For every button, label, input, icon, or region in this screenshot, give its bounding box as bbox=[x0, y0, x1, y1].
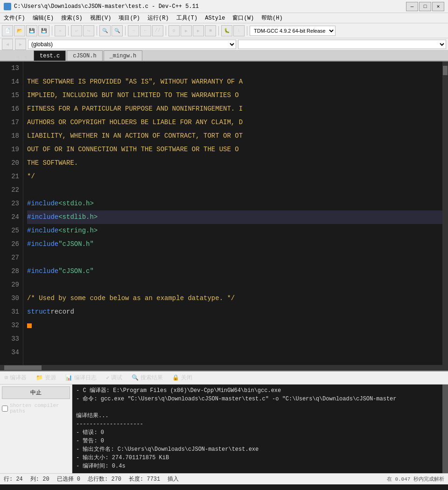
toolbar-secondary: ◀ ▶ (globals) bbox=[0, 38, 448, 50]
code-line[interactable]: #include <string.h> bbox=[27, 224, 448, 238]
close-button[interactable]: ✕ bbox=[432, 2, 444, 11]
tab-nav: ◀ ▶ bbox=[14, 53, 34, 61]
save-all-button[interactable]: 💾 bbox=[38, 25, 49, 36]
bottom-tab-compiler[interactable]: ⊞ 编译器 bbox=[2, 373, 29, 383]
menu-run[interactable]: 运行(R) bbox=[144, 13, 173, 23]
globals-dropdown[interactable]: (globals) bbox=[28, 40, 236, 49]
function-dropdown[interactable] bbox=[238, 40, 446, 49]
tab-prev-button[interactable]: ◀ bbox=[14, 53, 21, 61]
code-line[interactable]: #include "cJSON.c" bbox=[27, 265, 448, 278]
close-panel-icon: 🔒 bbox=[172, 374, 179, 381]
code-content[interactable]: THE SOFTWARE IS PROVIDED "AS IS", WITHOU… bbox=[23, 62, 448, 365]
vertical-scrollbar[interactable] bbox=[442, 62, 448, 365]
bottom-tab-log[interactable]: 📊 编译日志 bbox=[63, 373, 99, 383]
keyword-include: #include bbox=[27, 210, 58, 224]
output-line: - 编译时间: 0.4s bbox=[76, 462, 439, 470]
code-line[interactable]: THE SOFTWARE IS PROVIDED "AS IS", WITHOU… bbox=[27, 75, 448, 89]
bottom-tab-search[interactable]: 🔍 搜索结果 bbox=[129, 373, 166, 383]
bottom-tab-debug[interactable]: ✔ 调试 bbox=[103, 373, 125, 383]
compile-button[interactable]: ⚙ bbox=[168, 25, 180, 36]
code-line[interactable] bbox=[27, 62, 448, 75]
tab-mingw-h[interactable]: _mingw.h bbox=[104, 50, 143, 61]
line-number: 15 bbox=[4, 89, 19, 102]
close-file-button[interactable]: ✕ bbox=[55, 25, 66, 36]
debug-button[interactable]: 🐛 bbox=[221, 25, 232, 36]
compiler-dropdown[interactable]: TDM-GCC 4.9.2 64-bit Release bbox=[250, 26, 336, 36]
status-mode: 插入 bbox=[168, 475, 179, 483]
scrollbar-thumb-v[interactable] bbox=[443, 66, 448, 75]
code-line[interactable]: #include <stdlib.h> bbox=[27, 210, 448, 224]
code-line[interactable] bbox=[27, 278, 448, 292]
code-line[interactable]: #include "cJSON.h" bbox=[27, 238, 448, 251]
code-editor[interactable]: 1314151617181920212223242526272829303132… bbox=[0, 62, 448, 365]
code-line[interactable]: */ bbox=[27, 170, 448, 183]
bottom-tab-resources[interactable]: 📁 资源 bbox=[33, 373, 59, 383]
menu-astyle[interactable]: AStyle bbox=[201, 14, 229, 22]
indent-button[interactable]: → bbox=[128, 25, 139, 36]
scrollbar-thumb-h[interactable] bbox=[4, 365, 42, 370]
bottom-tab-close[interactable]: 🔒 关闭 bbox=[169, 373, 195, 383]
code-line[interactable]: IMPLIED, INCLUDING BUT NOT LIMITED TO TH… bbox=[27, 89, 448, 102]
output-line: - 错误: 0 bbox=[76, 428, 439, 437]
compile-run-button[interactable]: ▶ bbox=[193, 25, 204, 36]
code-line[interactable]: THE SOFTWARE. bbox=[27, 156, 448, 170]
run-button[interactable]: ▶ bbox=[181, 25, 192, 36]
code-line[interactable] bbox=[27, 346, 448, 359]
menu-help[interactable]: 帮助(H) bbox=[258, 13, 287, 23]
code-line[interactable]: /* Used by some code below as an example… bbox=[27, 292, 448, 305]
horizontal-scrollbar[interactable] bbox=[0, 365, 448, 371]
new-button[interactable]: 📄 bbox=[2, 25, 13, 36]
menu-edit[interactable]: 编辑(E) bbox=[29, 13, 58, 23]
project-btn[interactable]: ◀ bbox=[2, 39, 13, 50]
find-button[interactable]: 🔍 bbox=[99, 25, 111, 36]
menu-tools[interactable]: 工具(T) bbox=[173, 13, 202, 23]
line-number: 13 bbox=[4, 62, 19, 75]
code-line[interactable]: #include <stdio.h> bbox=[27, 197, 448, 210]
open-button[interactable]: 📂 bbox=[14, 25, 25, 36]
code-line[interactable]: OUT OF OR IN CONNECTION WITH THE SOFTWAR… bbox=[27, 143, 448, 156]
code-line[interactable]: struct record bbox=[27, 305, 448, 319]
sep4 bbox=[125, 26, 126, 35]
code-line[interactable]: LIABILITY, WHETHER IN AN ACTION OF CONTR… bbox=[27, 129, 448, 143]
code-line[interactable] bbox=[27, 332, 448, 346]
replace-button[interactable]: 🔍 bbox=[112, 25, 123, 36]
keyword-include: #include bbox=[27, 238, 58, 251]
code-text: /* Used by some code below as an example… bbox=[27, 292, 235, 305]
undo-button[interactable]: ↩ bbox=[71, 25, 82, 36]
stop-compile-button[interactable]: 中止 bbox=[2, 386, 70, 399]
window-controls: — □ ✕ bbox=[406, 2, 444, 11]
menu-window[interactable]: 窗口(W) bbox=[229, 13, 258, 23]
maximize-button[interactable]: □ bbox=[419, 2, 431, 11]
menu-project[interactable]: 项目(P) bbox=[115, 13, 144, 23]
toggle-comment-button[interactable]: // bbox=[152, 25, 163, 36]
menu-bar: 文件(F) 编辑(E) 搜索(S) 视图(V) 项目(P) 运行(R) 工具(T… bbox=[0, 13, 448, 23]
step-button[interactable]: ↓ bbox=[233, 25, 245, 36]
minimize-button[interactable]: — bbox=[406, 2, 418, 11]
menu-file[interactable]: 文件(F) bbox=[0, 13, 29, 23]
stop-button[interactable]: ■ bbox=[205, 25, 216, 36]
code-line[interactable] bbox=[27, 319, 448, 332]
line-number: 27 bbox=[4, 251, 19, 265]
code-text: OUT OF OR IN CONNECTION WITH THE SOFTWAR… bbox=[27, 143, 239, 156]
line-number: 33 bbox=[4, 332, 19, 346]
code-line[interactable] bbox=[27, 251, 448, 265]
code-line[interactable]: AUTHORS OR COPYRIGHT HOLDERS BE LIABLE F… bbox=[27, 116, 448, 129]
line-number: 19 bbox=[4, 143, 19, 156]
output-scrollbar[interactable] bbox=[442, 385, 448, 473]
title-bar: C:\Users\q\Downloads\cJSON-master\test.c… bbox=[0, 0, 448, 13]
redo-button[interactable]: ↪ bbox=[83, 25, 94, 36]
tab-test-c[interactable]: test.c bbox=[34, 50, 66, 61]
tab-cjson-h[interactable]: cJSON.h bbox=[67, 50, 102, 61]
shorten-paths-checkbox[interactable] bbox=[2, 406, 8, 412]
shorten-paths-checkbox-label[interactable]: Shorten compiler paths bbox=[2, 403, 70, 414]
menu-view[interactable]: 视图(V) bbox=[86, 13, 115, 23]
save-button[interactable]: 💾 bbox=[26, 25, 37, 36]
code-line[interactable] bbox=[27, 183, 448, 197]
tab-next-button[interactable]: ▶ bbox=[22, 53, 30, 61]
output-sidebar: 中止 Shorten compiler paths bbox=[0, 385, 72, 473]
unindent-button[interactable]: ← bbox=[140, 25, 151, 36]
forward-btn[interactable]: ▶ bbox=[15, 39, 26, 50]
status-col: 列: 20 bbox=[30, 475, 49, 483]
code-line[interactable]: FITNESS FOR A PARTICULAR PURPOSE AND NON… bbox=[27, 102, 448, 116]
menu-search[interactable]: 搜索(S) bbox=[57, 13, 86, 23]
